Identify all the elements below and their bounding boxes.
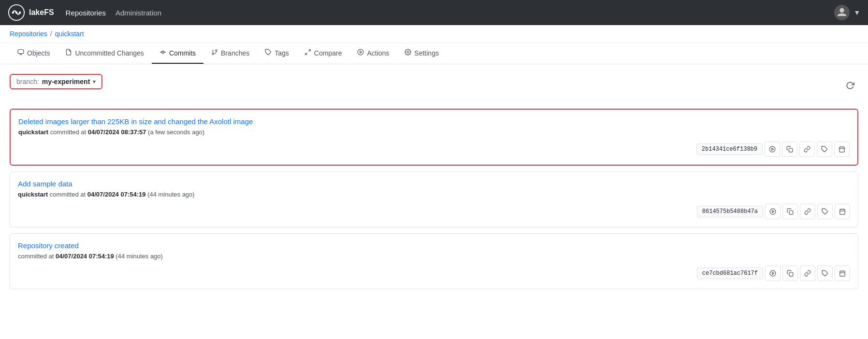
commit-link-button[interactable]	[800, 204, 815, 219]
uncommitted-tab-label: Uncommitted Changes	[75, 49, 144, 57]
refresh-button[interactable]	[842, 79, 858, 94]
actions-tab-label: Actions	[367, 49, 389, 57]
commit-title-link[interactable]: Add sample data	[18, 180, 72, 188]
tab-objects[interactable]: Objects	[10, 43, 58, 64]
svg-rect-39	[840, 271, 845, 276]
commit-tag-button[interactable]	[817, 204, 833, 219]
commit-card-commit3: Repository created committed at 04/07/20…	[10, 233, 858, 289]
commit-title-link[interactable]: Repository created	[18, 241, 79, 250]
svg-marker-36	[772, 272, 774, 275]
svg-point-18	[407, 51, 409, 53]
commit-link-button[interactable]	[799, 141, 815, 157]
topnav: lakeFS Repositories Administration ▼	[0, 0, 868, 25]
tags-tab-icon	[265, 49, 272, 57]
branch-prefix-label: branch:	[16, 78, 39, 85]
commit-date: 04/07/2024 07:54:19	[87, 191, 146, 198]
commit-meta: quickstart committed at 04/07/2024 07:54…	[18, 191, 850, 198]
calendar-icon	[839, 270, 846, 277]
commit-author: quickstart	[18, 128, 48, 136]
svg-rect-23	[839, 147, 845, 152]
commit-meta: quickstart committed at 04/07/2024 08:37…	[18, 128, 850, 136]
breadcrumb: Repositories / quickstart	[0, 25, 868, 43]
objects-tab-icon	[17, 49, 24, 57]
commit-author: quickstart	[18, 191, 48, 198]
commit-browse-button[interactable]	[765, 141, 780, 157]
calendar-icon	[839, 208, 846, 215]
copy-icon	[787, 208, 794, 215]
branch-name: my-experiment	[42, 78, 90, 85]
tag-icon	[822, 270, 828, 277]
tab-uncommitted[interactable]: Uncommitted Changes	[58, 43, 151, 64]
refresh-icon	[846, 81, 854, 90]
branches-tab-icon	[211, 49, 218, 57]
nav-repositories[interactable]: Repositories	[66, 7, 106, 19]
browse-icon	[769, 270, 776, 277]
svg-line-14	[308, 50, 310, 52]
browse-icon	[769, 208, 776, 215]
actions-tab-icon	[357, 49, 364, 57]
tab-branches[interactable]: Branches	[203, 43, 257, 64]
commit-actions: 8614575b5488b47a	[18, 204, 850, 219]
tab-tags[interactable]: Tags	[257, 43, 297, 64]
commit-hash: ce7cbd681ac7617f	[697, 268, 763, 279]
commits-tab-icon	[159, 49, 166, 57]
nav-administration[interactable]: Administration	[116, 7, 161, 19]
commit-calendar-button[interactable]	[834, 141, 850, 157]
branch-selector[interactable]: branch: my-experiment ▾	[10, 74, 102, 89]
user-chevron: ▼	[854, 9, 860, 16]
breadcrumb-repositories[interactable]: Repositories	[10, 30, 47, 38]
svg-rect-31	[840, 209, 845, 214]
svg-point-3	[15, 12, 18, 14]
commit-date: 04/07/2024 07:54:19	[56, 253, 114, 260]
commit-calendar-button[interactable]	[835, 266, 850, 281]
branch-chevron-icon: ▾	[93, 78, 96, 85]
commit-title: Repository created	[18, 241, 850, 250]
link-icon	[804, 208, 811, 215]
tab-compare[interactable]: Compare	[297, 43, 350, 64]
user-icon	[837, 7, 847, 18]
commit-tag-button[interactable]	[817, 266, 833, 281]
settings-tab-label: Settings	[414, 49, 439, 57]
tabs: ObjectsUncommitted ChangesCommitsBranche…	[0, 43, 868, 64]
compare-tab-icon	[304, 49, 311, 57]
svg-point-2	[19, 12, 21, 14]
breadcrumb-repo[interactable]: quickstart	[55, 30, 84, 38]
svg-point-12	[212, 53, 214, 55]
commit-hash: 2b14341ce6f138b9	[696, 143, 763, 155]
copy-icon	[787, 270, 794, 277]
logo-link[interactable]: lakeFS	[8, 4, 54, 21]
commit-browse-button[interactable]	[765, 266, 781, 281]
tab-actions[interactable]: Actions	[349, 43, 397, 64]
commit-tag-button[interactable]	[817, 141, 832, 157]
commit-card-commit1: Deleted images larger than 225KB in size…	[10, 109, 858, 166]
commit-date: 04/07/2024 08:37:57	[88, 128, 146, 136]
svg-point-16	[358, 49, 364, 55]
commits-list: Deleted images larger than 225KB in size…	[10, 109, 858, 289]
svg-point-19	[769, 146, 775, 152]
main-content: branch: my-experiment ▾ Deleted images l…	[0, 64, 868, 305]
browse-icon	[769, 146, 776, 153]
commit-title-link[interactable]: Deleted images larger than 225KB in size…	[18, 117, 253, 126]
commit-link-button[interactable]	[800, 266, 815, 281]
commit-copy-button[interactable]	[782, 141, 797, 157]
objects-tab-label: Objects	[27, 49, 50, 57]
tag-icon	[821, 146, 828, 153]
commit-browse-button[interactable]	[765, 204, 781, 219]
commit-copy-button[interactable]	[782, 266, 798, 281]
settings-tab-icon	[405, 49, 411, 57]
commit-title: Add sample data	[18, 180, 850, 188]
user-avatar[interactable]	[834, 5, 850, 20]
tab-settings[interactable]: Settings	[397, 43, 447, 64]
compare-tab-label: Compare	[314, 49, 342, 57]
branches-tab-label: Branches	[221, 49, 249, 57]
link-icon	[804, 146, 810, 153]
app-name: lakeFS	[29, 8, 54, 17]
svg-rect-4	[18, 50, 24, 54]
nav-links: Repositories Administration	[66, 7, 161, 19]
commit-copy-button[interactable]	[782, 204, 798, 219]
commit-calendar-button[interactable]	[835, 204, 850, 219]
svg-marker-17	[360, 51, 362, 54]
topnav-right: ▼	[834, 5, 860, 20]
svg-point-1	[12, 12, 14, 14]
tab-commits[interactable]: Commits	[152, 43, 203, 64]
